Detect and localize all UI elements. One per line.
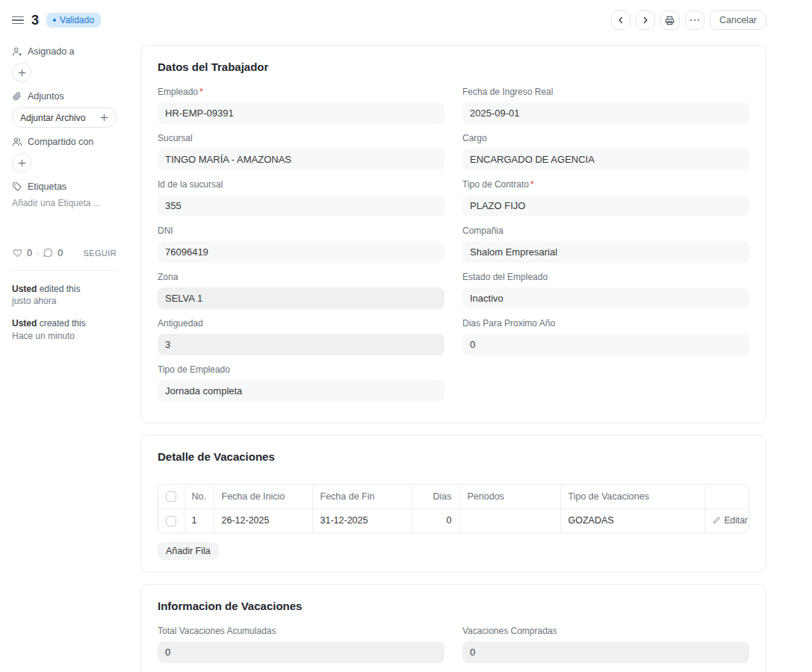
field-tipo-empleado: Tipo de Empleado Jornada completa (158, 364, 444, 402)
activity-time: Hace un minuto (12, 331, 75, 341)
activity-action: created this (37, 318, 85, 329)
assigned-to-label: Asignado a (28, 46, 75, 57)
cell-no: 1 (184, 508, 214, 532)
attach-file-button[interactable]: Adjuntar Archivo (12, 108, 117, 128)
compania-input[interactable]: Shalom Empresarial (462, 241, 749, 263)
tags-label: Etiquetas (28, 181, 66, 192)
section-detalle-vacaciones: Detalle de Vacaciones No. Fecha de Inici… (140, 435, 766, 573)
menu-icon[interactable] (12, 16, 24, 25)
shared-with-section-header: Compartido con (12, 137, 124, 147)
activity-action: edited this (37, 284, 80, 294)
attach-file-label: Adjuntar Archivo (20, 113, 85, 123)
row-checkbox[interactable] (166, 516, 176, 526)
col-header-fecha-inicio: Fecha de Inicio (214, 485, 312, 508)
cell-periodos[interactable] (459, 508, 560, 532)
col-header-dias: Dias (412, 485, 459, 508)
cell-tipo-vacaciones[interactable]: GOZADAS (560, 508, 704, 532)
edit-row-button[interactable]: Editar (713, 515, 748, 526)
sucursal-input[interactable]: TINGO MARÍA - AMAZONAS (158, 149, 444, 170)
sidebar-divider (12, 270, 117, 271)
field-estado-empleado: Estado del Empleado Inactivo (462, 272, 749, 309)
cargo-input[interactable]: ENCARGADO DE AGENCIA (462, 149, 749, 170)
field-vacaciones-compradas: Vacaciones Compradas 0 (462, 626, 749, 663)
field-label: Tipo de Contrato (462, 179, 529, 190)
dni-input[interactable]: 76096419 (158, 241, 444, 263)
add-share-button[interactable] (12, 153, 31, 172)
add-row-button[interactable]: Añadir Fila (158, 542, 219, 560)
field-tipo-contrato: Tipo de Contrato* PLAZO FIJO (462, 179, 749, 217)
field-sucursal: Sucursal TINGO MARÍA - AMAZONAS (158, 133, 444, 170)
required-mark: * (199, 87, 203, 97)
topbar: 3 Validado Cancelar (0, 0, 812, 40)
comment-icon[interactable] (43, 247, 54, 258)
section-title: Datos del Trabajador (158, 60, 749, 73)
print-button[interactable] (660, 10, 680, 30)
prev-button[interactable] (611, 10, 630, 30)
field-label: Compañia (462, 225, 749, 236)
main-content: Datos del Trabajador Empleado* HR-EMP-09… (140, 40, 766, 672)
status-badge-label: Validado (60, 15, 94, 25)
add-tag-input[interactable]: Añadir una Etiqueta ... (12, 198, 124, 208)
comments-count: 0 (58, 248, 63, 258)
plus-icon (18, 69, 26, 77)
heart-icon[interactable] (12, 247, 23, 258)
tipo-contrato-input[interactable]: PLAZO FIJO (462, 195, 749, 217)
shared-with-label: Compartido con (28, 137, 93, 147)
assigned-to-section-header: Asignado a (12, 46, 124, 57)
chevron-right-icon (640, 15, 651, 25)
field-empleado: Empleado* HR-EMP-09391 (158, 87, 444, 124)
user-plus-icon (12, 46, 22, 57)
zona-input[interactable]: SELVA 1 (158, 287, 444, 309)
chevron-left-icon (616, 15, 626, 25)
users-icon (12, 137, 22, 147)
more-menu-button[interactable] (685, 10, 704, 30)
tag-icon (12, 181, 22, 192)
field-label: DNI (158, 225, 444, 236)
vacaciones-grid: No. Fecha de Inicio Fecha de Fin Dias Pe… (158, 484, 749, 533)
cancel-button[interactable]: Cancelar (710, 10, 766, 30)
printer-icon (664, 15, 675, 26)
section-title: Detalle de Vacaciones (158, 450, 749, 463)
select-all-checkbox[interactable] (166, 491, 176, 502)
field-label: Fecha de Ingreso Real (462, 87, 749, 97)
total-vacaciones-acumuladas-input[interactable]: 0 (158, 641, 444, 663)
dias-proximo-ano-input[interactable]: 0 (462, 334, 749, 355)
ellipsis-icon (690, 19, 700, 22)
add-assignment-button[interactable] (12, 63, 31, 82)
page-title: 3 (31, 13, 39, 28)
activity-entry: Usted created this Hace un minuto (12, 317, 124, 341)
field-label: Total Vacaciones Acumuladas (158, 626, 444, 636)
cell-fecha-fin[interactable]: 31-12-2025 (312, 508, 412, 532)
activity-user: Usted (12, 318, 37, 329)
tipo-empleado-input[interactable]: Jornada completa (158, 380, 444, 402)
empleado-input[interactable]: HR-EMP-09391 (158, 102, 444, 124)
antiguedad-input[interactable]: 3 (158, 334, 444, 355)
next-button[interactable] (636, 10, 655, 30)
plus-icon (100, 113, 108, 122)
field-compania: Compañia Shalom Empresarial (462, 225, 749, 263)
id-sucursal-input[interactable]: 355 (158, 195, 444, 217)
attachments-section-header: Adjuntos (12, 91, 124, 102)
vacaciones-compradas-input[interactable]: 0 (462, 641, 749, 663)
pencil-icon (713, 516, 721, 524)
field-label: Zona (158, 272, 444, 282)
follow-button[interactable]: SEGUIR (83, 249, 117, 258)
field-label: Sucursal (158, 133, 444, 143)
field-label: Id de la sucursal (158, 179, 444, 190)
social-row: 0 · 0 SEGUIR (12, 247, 117, 258)
sidebar: Asignado a Adjuntos Adjuntar Archivo Com… (12, 40, 124, 352)
paperclip-icon (12, 91, 22, 102)
col-header-tipo-vacaciones: Tipo de Vacaciones (560, 485, 704, 508)
field-label: Antiguedad (158, 318, 444, 329)
field-antiguedad: Antiguedad 3 (158, 318, 444, 355)
table-row: 1 26-12-2025 31-12-2025 0 GOZADAS Editar (158, 508, 749, 532)
field-fecha-ingreso: Fecha de Ingreso Real 2025-09-01 (462, 87, 749, 124)
estado-empleado-input[interactable]: Inactivo (462, 287, 749, 309)
field-label: Estado del Empleado (462, 272, 749, 282)
field-dias-proximo-ano: Dias Para Proximo Año 0 (462, 318, 749, 355)
cell-dias[interactable]: 0 (412, 508, 459, 532)
fecha-ingreso-input[interactable]: 2025-09-01 (462, 102, 749, 124)
required-mark: * (530, 179, 534, 190)
cell-fecha-inicio[interactable]: 26-12-2025 (214, 508, 312, 532)
activity-entry: Usted edited this justo ahora (12, 283, 124, 307)
